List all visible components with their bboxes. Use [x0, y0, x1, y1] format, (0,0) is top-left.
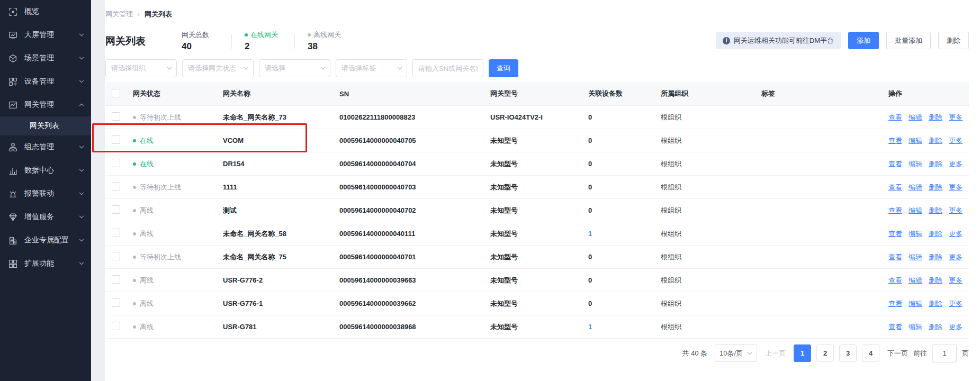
page-button-3[interactable]: 3 [839, 344, 857, 362]
more-link[interactable]: 更多 [949, 299, 963, 309]
sidebar-item-gateway[interactable]: 网关管理 [0, 93, 91, 116]
sn-search-input[interactable] [412, 59, 483, 77]
column-header-1: 网关名称 [219, 89, 335, 98]
sidebar-item-device[interactable]: 设备管理 [0, 70, 91, 93]
page-button-2[interactable]: 2 [816, 344, 834, 362]
row-checkbox[interactable] [112, 229, 120, 237]
next-page-button[interactable]: 下一页 [887, 349, 908, 358]
sidebar-item-extension[interactable]: 扩展功能 [0, 252, 91, 275]
sidebar-item-config[interactable]: 组态管理 [0, 135, 91, 159]
page-button-1[interactable]: 1 [794, 344, 811, 362]
column-header-3: 网关型号 [486, 89, 584, 98]
breadcrumb-item-0[interactable]: 网关管理 [105, 10, 133, 19]
delete-link[interactable]: 删除 [929, 322, 942, 332]
page-button-4[interactable]: 4 [862, 344, 879, 362]
more-link[interactable]: 更多 [949, 229, 963, 239]
sidebar-item-scene[interactable]: 场景管理 [0, 47, 91, 70]
edit-link[interactable]: 编辑 [909, 183, 922, 192]
delete-link[interactable]: 删除 [929, 206, 942, 215]
delete-link[interactable]: 删除 [929, 159, 942, 169]
datacenter-icon [8, 166, 17, 175]
delete-link[interactable]: 删除 [929, 113, 942, 122]
gateway-org: 根组织 [657, 159, 757, 169]
row-checkbox[interactable] [112, 135, 120, 144]
view-link[interactable]: 查看 [888, 183, 902, 192]
row-checkbox-cell [105, 205, 129, 215]
sidebar-item-enterprise[interactable]: 企业专属配置 [0, 229, 91, 252]
query-button[interactable]: 查询 [489, 59, 518, 77]
gateway-org: 根组织 [657, 136, 757, 146]
filter-select-gateway-status[interactable]: 请选择网关状态 [182, 59, 254, 77]
row-checkbox[interactable] [112, 159, 120, 167]
delete-link[interactable]: 删除 [929, 276, 942, 285]
view-link[interactable]: 查看 [888, 252, 902, 262]
view-link[interactable]: 查看 [888, 322, 902, 332]
prev-page-button[interactable]: 上一页 [765, 349, 786, 358]
edit-link[interactable]: 编辑 [909, 159, 922, 169]
view-link[interactable]: 查看 [888, 136, 902, 146]
more-link[interactable]: 更多 [949, 276, 963, 285]
view-link[interactable]: 查看 [888, 159, 902, 169]
stat-online-gateways: 在线网关2 [245, 30, 282, 52]
more-link[interactable]: 更多 [949, 252, 963, 262]
header-checkbox-cell [105, 89, 129, 99]
page-size-select[interactable]: 10条/页 [715, 344, 757, 362]
row-checkbox[interactable] [112, 252, 120, 260]
row-checkbox[interactable] [112, 275, 120, 284]
more-link[interactable]: 更多 [949, 113, 963, 122]
edit-link[interactable]: 编辑 [909, 322, 922, 332]
sidebar-item-vas[interactable]: 增值服务 [0, 205, 91, 229]
row-checkbox[interactable] [112, 182, 120, 190]
delete-link[interactable]: 删除 [929, 183, 942, 192]
sidebar-item-overview[interactable]: 概览 [0, 0, 91, 23]
goto-page-input[interactable] [932, 344, 957, 362]
more-link[interactable]: 更多 [949, 322, 963, 332]
more-link[interactable]: 更多 [949, 206, 963, 215]
edit-link[interactable]: 编辑 [909, 252, 922, 262]
delete-link[interactable]: 删除 [929, 252, 942, 262]
row-checkbox[interactable] [112, 322, 120, 330]
filter-select-tag[interactable]: 请选择标签 [336, 59, 407, 77]
gateway-name: DR154 [219, 160, 335, 168]
edit-link[interactable]: 编辑 [909, 276, 922, 285]
more-link[interactable]: 更多 [949, 159, 963, 169]
filter-select-organization[interactable]: 请选择组织 [105, 59, 177, 77]
batch-add-button[interactable]: 批量添加 [886, 32, 931, 49]
edit-link[interactable]: 编辑 [909, 229, 922, 239]
edit-link[interactable]: 编辑 [909, 206, 922, 215]
row-checkbox[interactable] [112, 205, 120, 214]
view-link[interactable]: 查看 [888, 276, 902, 285]
linked-device-count[interactable]: 1 [584, 230, 657, 238]
more-link[interactable]: 更多 [949, 183, 963, 192]
gateway-org: 根组织 [657, 299, 757, 309]
sidebar-item-alarm[interactable]: 报警联动 [0, 182, 91, 205]
select-all-checkbox[interactable] [112, 89, 120, 97]
linked-device-count[interactable]: 1 [584, 323, 657, 331]
sidebar-item-bigscreen[interactable]: 大屏管理 [0, 23, 91, 47]
select-placeholder: 请选择网关状态 [188, 64, 244, 73]
device-icon [8, 77, 17, 86]
sidebar-item-gateway-list[interactable]: 网关列表 [0, 116, 91, 135]
delete-link[interactable]: 删除 [929, 229, 942, 239]
row-checkbox[interactable] [112, 112, 120, 121]
more-link[interactable]: 更多 [949, 136, 963, 146]
enterprise-icon [8, 236, 17, 245]
add-button[interactable]: 添加 [848, 32, 879, 49]
row-checkbox[interactable] [112, 298, 120, 307]
view-link[interactable]: 查看 [888, 206, 902, 215]
delete-link[interactable]: 删除 [929, 299, 942, 309]
sidebar-item-datacenter[interactable]: 数据中心 [0, 159, 91, 182]
view-link[interactable]: 查看 [888, 113, 902, 122]
edit-link[interactable]: 编辑 [909, 113, 922, 122]
view-link[interactable]: 查看 [888, 229, 902, 239]
view-link[interactable]: 查看 [888, 299, 902, 309]
chevron-down-icon [79, 32, 84, 38]
sidebar-item-label: 设备管理 [24, 77, 79, 86]
filter-select-generic[interactable]: 请选择 [259, 59, 330, 77]
gateway-sn: 00059614000000040705 [335, 137, 486, 144]
edit-link[interactable]: 编辑 [909, 299, 922, 309]
delete-link[interactable]: 删除 [929, 136, 942, 146]
edit-link[interactable]: 编辑 [909, 136, 922, 146]
delete-button[interactable]: 删除 [938, 32, 969, 49]
stat-value: 2 [245, 41, 282, 52]
